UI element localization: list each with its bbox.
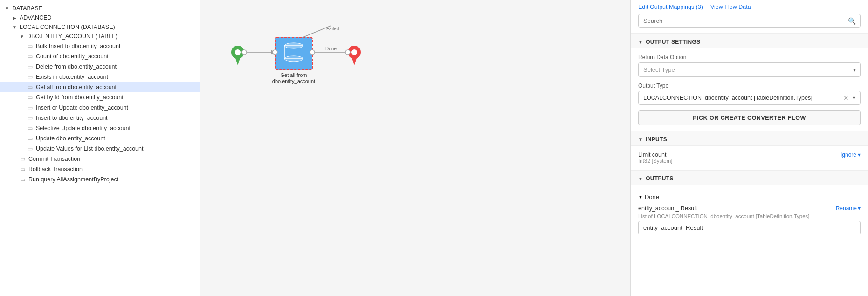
svg-marker-16 bbox=[352, 58, 357, 65]
pick-create-converter-flow-button[interactable]: PICK OR CREATE CONVERTER FLOW bbox=[638, 110, 861, 125]
output-type-clear-icon[interactable]: ✕ bbox=[843, 94, 849, 102]
edit-output-mappings-link[interactable]: Edit Output Mappings (3) bbox=[638, 4, 703, 10]
doc-icon-insert: ▭ bbox=[26, 114, 34, 122]
sidebar-item-update-values[interactable]: ▭ Update Values for List dbo.entity_acco… bbox=[0, 144, 200, 154]
limit-count-field-type: Int32 [System] bbox=[638, 158, 673, 164]
svg-point-18 bbox=[345, 50, 350, 55]
inputs-section-header: ▼ INPUTS bbox=[631, 131, 868, 146]
ignore-chevron-icon: ▾ bbox=[858, 151, 861, 158]
sidebar-item-delete[interactable]: ▭ Delete from dbo.entity_account bbox=[0, 62, 200, 72]
doc-icon-commit-transaction: ▭ bbox=[19, 155, 26, 163]
doc-icon-get-by-id: ▭ bbox=[26, 94, 34, 101]
advanced-toggle-icon: ▶ bbox=[11, 14, 18, 21]
sidebar-item-commit-transaction[interactable]: ▭ Commit Transaction bbox=[0, 154, 200, 164]
commit-transaction-label: Commit Transaction bbox=[28, 156, 80, 162]
svg-rect-5 bbox=[275, 37, 312, 70]
output-settings-section-header: ▼ OUTPUT SETTINGS bbox=[631, 34, 868, 48]
insert-label: Insert to dbo.entity_account bbox=[36, 115, 108, 121]
inputs-label: INPUTS bbox=[646, 136, 667, 143]
database-label: DATABASE bbox=[12, 5, 42, 12]
done-header: ▼ Done bbox=[638, 191, 861, 203]
svg-text:dbo.entity_account: dbo.entity_account bbox=[272, 78, 315, 84]
svg-point-2 bbox=[235, 49, 241, 55]
dbo-entity-account-toggle-icon: ▼ bbox=[19, 33, 25, 40]
sidebar: ▼ DATABASE ▶ ADVANCED ▼ LOCAL CONNECTION… bbox=[0, 0, 200, 296]
svg-point-8 bbox=[284, 56, 303, 62]
svg-marker-1 bbox=[235, 58, 240, 65]
return-data-option-select[interactable]: Select Type bbox=[638, 62, 861, 77]
sidebar-item-count[interactable]: ▭ Count of dbo.entity_account bbox=[0, 51, 200, 62]
local-connection-label: LOCAL CONNECTION (DATABASE) bbox=[20, 24, 115, 30]
doc-icon-update-values: ▭ bbox=[26, 145, 34, 152]
rename-label: Rename bbox=[836, 205, 857, 212]
link-row: Edit Output Mappings (3) View Flow Data bbox=[638, 4, 861, 10]
outputs-body: ▼ Done entity_account_ Result Rename ▾ L… bbox=[631, 185, 868, 240]
doc-icon-rollback-transaction: ▭ bbox=[19, 165, 26, 173]
sidebar-item-insert-update[interactable]: ▭ Insert or Update dbo.entity_account bbox=[0, 103, 200, 113]
svg-text:Failed: Failed bbox=[326, 26, 339, 31]
sidebar-item-get-by-id[interactable]: ▭ Get by Id from dbo.entity_account bbox=[0, 92, 200, 103]
svg-point-19 bbox=[273, 50, 277, 55]
ignore-label: Ignore bbox=[840, 151, 856, 158]
update-values-label: Update Values for List dbo.entity_accoun… bbox=[36, 145, 143, 152]
bulk-insert-label: Bulk Insert to dbo.entity_account bbox=[36, 43, 120, 49]
output-type-chevron-icon[interactable]: ▾ bbox=[853, 95, 855, 101]
rename-link[interactable]: Rename ▾ bbox=[836, 205, 861, 212]
run-query-label: Run query AllAssignmentByProject bbox=[28, 176, 118, 183]
sidebar-item-run-query[interactable]: ▭ Run query AllAssignmentByProject bbox=[0, 174, 200, 185]
search-wrapper: 🔍 bbox=[638, 14, 861, 28]
doc-icon-count: ▭ bbox=[26, 53, 34, 60]
update-label: Update dbo.entity_account bbox=[36, 135, 105, 142]
inputs-body: Limit count Int32 [System] Ignore ▾ bbox=[631, 146, 868, 170]
done-toggle-icon: ▼ bbox=[638, 194, 643, 200]
doc-icon-bulk-insert: ▭ bbox=[26, 42, 34, 50]
ignore-link[interactable]: Ignore ▾ bbox=[840, 151, 861, 158]
limit-count-info: Limit count Int32 [System] bbox=[638, 151, 673, 164]
svg-text:Get all from: Get all from bbox=[281, 72, 307, 78]
output-settings-label: OUTPUT SETTINGS bbox=[646, 39, 700, 45]
doc-icon-run-query: ▭ bbox=[19, 176, 26, 183]
sidebar-item-bulk-insert[interactable]: ▭ Bulk Insert to dbo.entity_account bbox=[0, 41, 200, 51]
dbo-entity-account-label: DBO.ENTITY_ACCOUNT (TABLE) bbox=[27, 33, 117, 40]
outputs-section-header: ▼ OUTPUTS bbox=[631, 170, 868, 185]
return-data-option-label: Return Data Option bbox=[638, 54, 861, 61]
svg-text:Done: Done bbox=[325, 46, 337, 51]
sidebar-item-insert[interactable]: ▭ Insert to dbo.entity_account bbox=[0, 113, 200, 123]
doc-icon-selective-update: ▭ bbox=[26, 124, 34, 132]
sidebar-item-exists[interactable]: ▭ Exists in dbo.entity_account bbox=[0, 72, 200, 82]
exists-label: Exists in dbo.entity_account bbox=[36, 74, 108, 80]
rollback-transaction-label: Rollback Transaction bbox=[28, 166, 83, 172]
doc-icon-get-all: ▭ bbox=[26, 83, 34, 91]
sidebar-item-selective-update[interactable]: ▭ Selective Update dbo.entity_account bbox=[0, 123, 200, 133]
output-type-label: Output Type bbox=[638, 83, 861, 89]
sidebar-item-local-connection[interactable]: ▼ LOCAL CONNECTION (DATABASE) bbox=[0, 22, 200, 32]
sidebar-item-dbo-entity-account[interactable]: ▼ DBO.ENTITY_ACCOUNT (TABLE) bbox=[0, 32, 200, 41]
get-by-id-label: Get by Id from dbo.entity_account bbox=[36, 94, 124, 101]
return-data-option-select-wrapper: Select Type ▾ bbox=[638, 62, 861, 77]
doc-icon-update: ▭ bbox=[26, 135, 34, 142]
sidebar-item-get-all[interactable]: ▭ Get all from dbo.entity_account bbox=[0, 82, 200, 92]
outputs-label: OUTPUTS bbox=[646, 175, 673, 182]
search-input[interactable] bbox=[638, 14, 861, 28]
canvas: Get all from dbo.entity_account Done Fai… bbox=[200, 0, 630, 296]
search-icon: 🔍 bbox=[848, 17, 856, 25]
output-type-value: LOCALCONNECTION_dboentity_account [Table… bbox=[643, 95, 843, 101]
view-flow-data-link[interactable]: View Flow Data bbox=[710, 4, 751, 10]
output-result-type: List of LOCALCONNECTION_dboentity_accoun… bbox=[638, 213, 861, 219]
done-label: Done bbox=[645, 193, 659, 200]
sidebar-item-update[interactable]: ▭ Update dbo.entity_account bbox=[0, 133, 200, 144]
database-toggle-icon: ▼ bbox=[4, 5, 10, 12]
get-all-label: Get all from dbo.entity_account bbox=[36, 84, 117, 90]
svg-point-20 bbox=[310, 50, 315, 55]
advanced-label: ADVANCED bbox=[20, 14, 52, 21]
outputs-toggle-icon: ▼ bbox=[638, 176, 643, 181]
sidebar-item-rollback-transaction[interactable]: ▭ Rollback Transaction bbox=[0, 164, 200, 174]
sidebar-item-advanced[interactable]: ▶ ADVANCED bbox=[0, 13, 200, 22]
insert-update-label: Insert or Update dbo.entity_account bbox=[36, 104, 128, 111]
limit-count-field-name: Limit count bbox=[638, 151, 673, 158]
output-result-name: entity_account_ Result bbox=[638, 205, 697, 212]
result-input[interactable] bbox=[638, 221, 861, 234]
output-settings-body: Return Data Option Select Type ▾ Output … bbox=[631, 48, 868, 131]
sidebar-item-database[interactable]: ▼ DATABASE bbox=[0, 4, 200, 13]
doc-icon-delete: ▭ bbox=[26, 63, 34, 70]
